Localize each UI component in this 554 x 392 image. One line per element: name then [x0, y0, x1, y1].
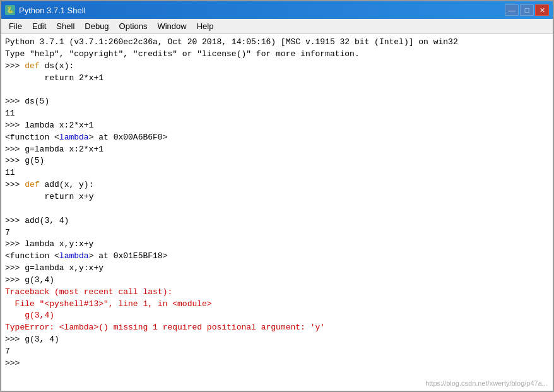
traceback-header: Traceback (most recent call last): — [5, 287, 549, 299]
menu-shell[interactable]: Shell — [51, 20, 80, 32]
info-line-1: Python 3.7.1 (v3.7.1:260ec2c36a, Oct 20 … — [5, 37, 549, 49]
output-line-3: 7 — [5, 227, 549, 239]
title-bar: 🐍 Python 3.7.1 Shell — □ ✕ — [1, 1, 553, 19]
menu-debug[interactable]: Debug — [80, 20, 114, 32]
prompt-line-10: >>> g(3,4) — [5, 275, 549, 287]
minimize-button[interactable]: — — [505, 4, 519, 16]
func-ref-1: <function <lambda> at 0x00A6B6F0> — [5, 132, 549, 144]
prompt-line-7: >>> add(3, 4) — [5, 215, 549, 227]
prompt-empty[interactable]: >>> — [5, 358, 549, 370]
prompt-line-11: >>> g(3, 4) — [5, 334, 549, 346]
traceback-file: File "<pyshell#13>", line 1, in <module> — [5, 299, 549, 311]
close-button[interactable]: ✕ — [535, 4, 549, 16]
title-controls: — □ ✕ — [505, 4, 549, 16]
console-area[interactable]: Python 3.7.1 (v3.7.1:260ec2c36a, Oct 20 … — [1, 34, 553, 391]
prompt-line-3: >>> lambda x:2*x+1 — [5, 120, 549, 132]
maximize-button[interactable]: □ — [520, 4, 534, 16]
menu-bar: File Edit Shell Debug Options Window Hel… — [1, 19, 553, 34]
menu-edit[interactable]: Edit — [27, 20, 51, 32]
blank-1 — [5, 84, 549, 96]
code-line-1: return 2*x+1 — [5, 73, 549, 85]
prompt-line-1: >>> def ds(x): — [5, 61, 549, 73]
window-title: Python 3.7.1 Shell — [19, 6, 86, 15]
blank-2 — [5, 203, 549, 215]
menu-window[interactable]: Window — [152, 20, 191, 32]
output-line-2: 11 — [5, 167, 549, 179]
prompt-line-6: >>> def add(x, y): — [5, 179, 549, 191]
prompt-line-8: >>> lambda x,y:x+y — [5, 239, 549, 251]
main-window: 🐍 Python 3.7.1 Shell — □ ✕ File Edit She… — [0, 0, 554, 392]
watermark: https://blog.csdn.net/xwerty/blog/p47a..… — [425, 379, 548, 387]
func-ref-2: <function <lambda> at 0x01E5BF18> — [5, 251, 549, 263]
menu-options[interactable]: Options — [114, 20, 153, 32]
menu-file[interactable]: File — [4, 20, 27, 32]
info-line-2: Type "help", "copyright", "credits" or "… — [5, 49, 549, 61]
prompt-line-9: >>> g=lambda x,y:x+y — [5, 263, 549, 275]
menu-help[interactable]: Help — [192, 20, 219, 32]
prompt-line-4: >>> g=lambda x:2*x+1 — [5, 144, 549, 156]
code-line-2: return x+y — [5, 191, 549, 203]
traceback-error: TypeError: <lambda>() missing 1 required… — [5, 322, 549, 334]
traceback-call: g(3,4) — [5, 310, 549, 322]
output-line-1: 11 — [5, 108, 549, 120]
title-bar-left: 🐍 Python 3.7.1 Shell — [5, 5, 86, 15]
prompt-line-5: >>> g(5) — [5, 155, 549, 167]
prompt-line-2: >>> ds(5) — [5, 96, 549, 108]
output-line-4: 7 — [5, 346, 549, 358]
app-icon: 🐍 — [5, 5, 15, 15]
